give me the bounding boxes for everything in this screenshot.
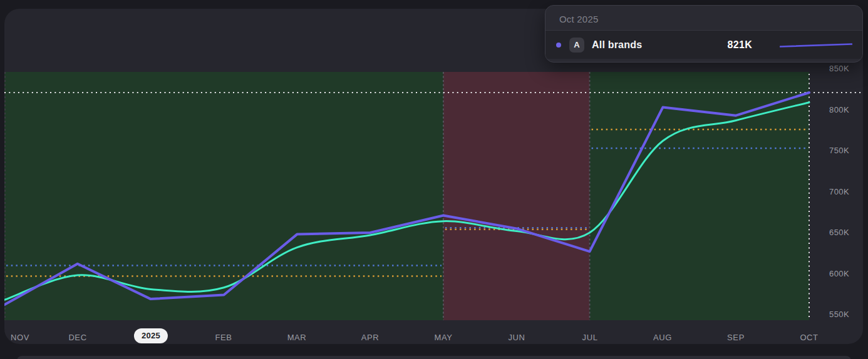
- month-label-jul: JUL: [582, 332, 598, 343]
- period-region-0: [4, 72, 443, 320]
- month-label-sep: SEP: [727, 332, 745, 343]
- value-label-800k: 800K: [820, 104, 858, 116]
- next-panel-top-edge: [17, 356, 851, 359]
- plot-area[interactable]: [4, 72, 863, 320]
- value-label-550k: 550K: [820, 309, 858, 320]
- series-value: 821K: [728, 39, 752, 51]
- month-label-nov: NOV: [11, 332, 29, 343]
- value-label-650k: 650K: [820, 227, 858, 238]
- month-label-feb: FEB: [215, 332, 232, 343]
- month-label-oct: OCT: [800, 332, 818, 343]
- month-label-may: MAY: [434, 332, 452, 343]
- month-label-mar: MAR: [287, 332, 307, 343]
- value-label-700k: 700K: [820, 186, 858, 198]
- month-label-jun: JUN: [508, 332, 525, 343]
- month-label-dec: DEC: [68, 332, 86, 343]
- tooltip-series-row: A All brands 821K: [545, 30, 862, 59]
- month-axis: NOVDEC2025FEBMARAPRMAYJUNJULAUGSEPOCT: [4, 327, 863, 344]
- value-label-750k: 750K: [820, 145, 858, 156]
- tooltip: Oct 2025 A All brands 821K: [545, 5, 863, 63]
- value-label-600k: 600K: [820, 268, 858, 280]
- value-label-850k: 850K: [820, 63, 858, 74]
- month-label-aug: AUG: [653, 332, 672, 343]
- month-label-apr: APR: [361, 332, 380, 343]
- period-region-2: [590, 72, 809, 320]
- series-color-dot-icon: [556, 43, 561, 48]
- screen: NOVDEC2025FEBMARAPRMAYJUNJULAUGSEPOCT 85…: [0, 0, 868, 359]
- series-name: All brands: [592, 39, 642, 51]
- period-region-1: [443, 72, 590, 320]
- year-pill: 2025: [134, 328, 168, 343]
- series-badge: A: [569, 38, 584, 53]
- tooltip-title: Oct 2025: [545, 6, 862, 30]
- series-sparkline-icon: [780, 41, 852, 49]
